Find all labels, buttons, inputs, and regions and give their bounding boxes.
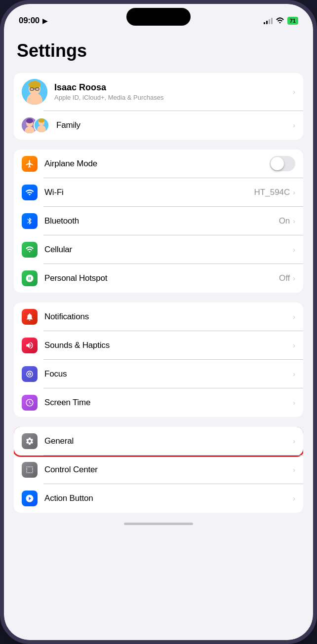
family-content: Family ›: [56, 120, 295, 130]
wifi-icon: [276, 16, 284, 25]
family-chevron: ›: [293, 121, 295, 129]
action-button-content: Action Button ›: [44, 493, 295, 503]
focus-icon: [22, 366, 38, 382]
hotspot-value-group: Off ›: [279, 273, 295, 283]
profile-name: Isaac Roosa: [54, 82, 292, 93]
page-title: Settings: [14, 40, 303, 61]
profile-subtitle: Apple ID, iCloud+, Media & Purchases: [54, 94, 292, 101]
family-label: Family: [56, 120, 80, 130]
sounds-label: Sounds & Haptics: [44, 341, 110, 350]
location-arrow-icon: ▶: [42, 17, 47, 25]
focus-content: Focus ›: [44, 369, 295, 379]
control-center-icon: [22, 462, 38, 478]
profile-row[interactable]: Isaac Roosa Apple ID, iCloud+, Media & P…: [14, 73, 303, 111]
phone-screen: 09:00 ▶ 71 Sett: [4, 4, 313, 640]
hotspot-label: Personal Hotspot: [44, 273, 107, 283]
family-avatars: [22, 117, 49, 133]
notifications-icon: [22, 309, 38, 325]
notifications-row[interactable]: Notifications ›: [14, 303, 303, 331]
profile-section: Isaac Roosa Apple ID, iCloud+, Media & P…: [14, 73, 303, 140]
sounds-content: Sounds & Haptics ›: [44, 341, 295, 350]
airplane-mode-label: Airplane Mode: [44, 159, 97, 169]
focus-chevron: ›: [293, 370, 295, 378]
screen-time-content: Screen Time ›: [44, 398, 295, 408]
memoji-isaac: [22, 79, 47, 105]
wifi-row-icon: [22, 185, 38, 200]
svg-point-14: [39, 118, 44, 122]
focus-row[interactable]: Focus ›: [14, 360, 303, 388]
family-avatar-2: [34, 117, 49, 133]
sounds-row[interactable]: Sounds & Haptics ›: [14, 331, 303, 360]
bluetooth-label: Bluetooth: [44, 216, 79, 226]
control-center-chevron: ›: [293, 466, 295, 474]
bluetooth-icon: [22, 213, 38, 229]
bluetooth-chevron: ›: [293, 217, 295, 225]
bluetooth-row[interactable]: Bluetooth On ›: [14, 207, 303, 235]
phone-frame: 09:00 ▶ 71 Sett: [0, 0, 317, 644]
airplane-mode-content: Airplane Mode: [44, 156, 295, 171]
hotspot-row[interactable]: Personal Hotspot Off ›: [14, 264, 303, 293]
wifi-value-group: HT_594C ›: [254, 188, 295, 197]
screen-time-icon: [22, 395, 38, 411]
general-section: General › Control Center ›: [14, 427, 303, 513]
notifications-section: Notifications › Sounds & Haptics ›: [14, 303, 303, 417]
status-time: 09:00 ▶: [19, 16, 47, 26]
cellular-label: Cellular: [44, 245, 72, 255]
general-row[interactable]: General ›: [14, 427, 303, 455]
screen-time-chevron: ›: [293, 399, 295, 407]
airplane-mode-icon: [22, 156, 38, 172]
general-label: General: [44, 436, 74, 446]
signal-icon: [264, 17, 273, 24]
airplane-mode-row[interactable]: Airplane Mode: [14, 150, 303, 178]
family-row[interactable]: Family ›: [14, 111, 303, 140]
action-button-row[interactable]: Action Button ›: [14, 484, 303, 513]
home-indicator: [124, 523, 193, 525]
profile-avatar: [22, 79, 47, 105]
status-icons: 71: [264, 16, 298, 25]
action-button-label: Action Button: [44, 493, 93, 503]
cellular-value-group: ›: [292, 246, 295, 254]
sounds-icon: [22, 338, 38, 353]
bluetooth-value-group: On ›: [279, 216, 295, 226]
wifi-content: Wi-Fi HT_594C ›: [44, 188, 295, 197]
battery-indicator: 71: [287, 17, 298, 25]
focus-label: Focus: [44, 369, 67, 379]
sounds-chevron: ›: [293, 341, 295, 349]
general-chevron: ›: [293, 437, 295, 445]
control-center-row[interactable]: Control Center ›: [14, 455, 303, 484]
dynamic-island: [126, 8, 191, 26]
cellular-row[interactable]: Cellular ›: [14, 235, 303, 264]
wifi-chevron: ›: [293, 189, 295, 196]
settings-content: Settings: [4, 31, 313, 640]
hotspot-icon: [22, 270, 38, 286]
screen-time-row[interactable]: Screen Time ›: [14, 388, 303, 417]
svg-point-10: [26, 118, 33, 123]
control-center-content: Control Center ›: [44, 465, 295, 475]
bluetooth-value: On: [279, 216, 290, 226]
action-button-icon: [22, 491, 38, 506]
screen-time-label: Screen Time: [44, 398, 90, 408]
general-icon: [22, 433, 38, 449]
hotspot-content: Personal Hotspot Off ›: [44, 273, 295, 283]
profile-chevron: ›: [293, 88, 295, 96]
action-button-chevron: ›: [293, 494, 295, 502]
wifi-label: Wi-Fi: [44, 188, 64, 197]
connectivity-section: Airplane Mode Wi-Fi: [14, 150, 303, 293]
notifications-chevron: ›: [293, 313, 295, 321]
cellular-chevron: ›: [293, 246, 295, 254]
status-bar: 09:00 ▶ 71: [4, 4, 313, 31]
wifi-value: HT_594C: [254, 188, 290, 197]
control-center-label: Control Center: [44, 465, 98, 475]
wifi-row[interactable]: Wi-Fi HT_594C ›: [14, 178, 303, 207]
cellular-icon: [22, 242, 38, 258]
general-content: General ›: [44, 436, 295, 446]
cellular-content: Cellular ›: [44, 245, 295, 255]
notifications-label: Notifications: [44, 312, 89, 322]
hotspot-chevron: ›: [293, 274, 295, 282]
bluetooth-content: Bluetooth On ›: [44, 216, 295, 226]
profile-info: Isaac Roosa Apple ID, iCloud+, Media & P…: [54, 82, 292, 101]
hotspot-value: Off: [279, 273, 290, 283]
airplane-mode-toggle[interactable]: [270, 156, 295, 171]
notifications-content: Notifications ›: [44, 312, 295, 322]
